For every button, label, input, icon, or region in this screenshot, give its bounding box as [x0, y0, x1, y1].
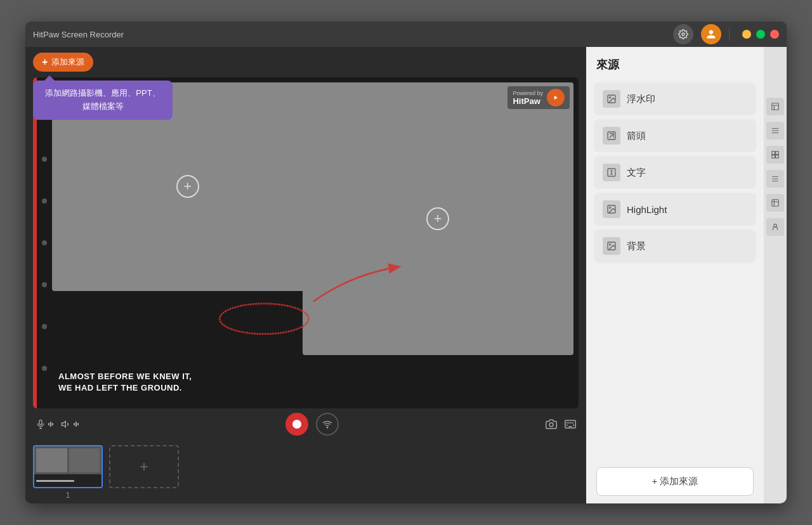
settings-button[interactable] — [673, 24, 693, 44]
scene-content: + Powered by HitPaw — [52, 82, 573, 403]
source-placeholder-2[interactable]: Powered by HitPaw + — [303, 82, 573, 355]
timeline-dot — [42, 115, 47, 120]
wireless-button[interactable] — [316, 413, 339, 436]
panel-toggle-2[interactable] — [766, 122, 784, 139]
add-source-button[interactable]: + 添加來源 添加網路攝影機、應用、PPT、媒體檔案等 — [33, 53, 93, 72]
text-line-2: WE HAD LEFT THE GROUND. — [58, 382, 296, 394]
powered-by-text: Powered by — [513, 90, 543, 96]
sources-header: 來源 — [586, 47, 764, 77]
add-source-main-button[interactable]: + 添加來源 — [596, 467, 754, 496]
arrow-icon — [603, 127, 620, 145]
thumbnail-number-1: 1 — [66, 491, 70, 500]
highlight-icon — [603, 200, 620, 218]
thumb-text-line — [36, 480, 74, 482]
panel-toggle-5[interactable] — [766, 194, 784, 212]
speaker-button[interactable] — [61, 419, 79, 429]
right-side-icons — [764, 47, 787, 503]
thumb-left — [36, 448, 67, 472]
source-item-watermark[interactable]: 浮水印 — [594, 82, 756, 115]
svg-point-7 — [327, 427, 327, 428]
source-list: 浮水印 箭頭 — [586, 77, 764, 460]
close-button[interactable]: ✕ — [770, 30, 779, 39]
source-item-background[interactable]: 背景 — [594, 230, 756, 262]
right-panel: 來源 浮水印 — [586, 47, 764, 503]
mic-wave — [48, 422, 53, 427]
title-bar-left: HitPaw Screen Recorder — [33, 30, 124, 39]
mic-icon — [36, 419, 46, 429]
maximize-button[interactable]: □ — [756, 30, 765, 39]
speaker-icon — [61, 419, 71, 429]
source-placeholder-1[interactable]: + — [52, 82, 323, 291]
right-footer: + 添加來源 — [586, 460, 764, 503]
highlight-label: HighLight — [627, 204, 667, 215]
svg-point-18 — [610, 97, 611, 98]
timeline-dot — [42, 240, 47, 245]
text-label: 文字 — [627, 167, 646, 179]
title-bar-right: – □ ✕ — [673, 24, 779, 44]
app-window: HitPaw Screen Recorder – □ ✕ — [25, 22, 787, 503]
thumbnail-frame-1[interactable] — [33, 445, 103, 488]
watermark-label: 浮水印 — [627, 93, 655, 105]
thumb-right — [69, 448, 100, 472]
timeline-dot — [42, 157, 47, 162]
svg-point-36 — [774, 224, 777, 227]
bottom-controls — [25, 408, 586, 440]
keyboard-button[interactable] — [565, 420, 576, 429]
add-source-main-label: + 添加來源 — [652, 476, 698, 488]
speaker-wave — [74, 422, 79, 427]
svg-rect-3 — [39, 420, 42, 424]
timeline-dots — [42, 77, 47, 408]
wireless-icon — [322, 419, 332, 429]
text-overlay: ALMOST BEFORE WE KNEW IT, WE HAD LEFT TH… — [52, 365, 303, 400]
svg-line-20 — [610, 134, 614, 138]
record-button[interactable] — [285, 413, 308, 436]
panel-toggle-3[interactable] — [766, 146, 784, 164]
panel-toggle-6[interactable] — [766, 218, 784, 236]
timeline-dot — [42, 366, 47, 371]
add-thumbnail-button[interactable]: + — [109, 445, 179, 488]
arrow-label: 箭頭 — [627, 130, 646, 142]
left-panel: + 添加來源 添加網路攝影機、應用、PPT、媒體檔案等 — [25, 47, 586, 503]
svg-rect-35 — [776, 155, 779, 159]
profile-button[interactable] — [701, 24, 721, 44]
thumbnail-item-1: 1 — [33, 445, 103, 500]
record-inner — [292, 420, 301, 429]
svg-point-0 — [682, 33, 684, 36]
text-line-1: ALMOST BEFORE WE KNEW IT, — [58, 371, 296, 382]
svg-rect-26 — [772, 103, 779, 110]
panel-toggle-4[interactable] — [766, 170, 784, 188]
source-item-text[interactable]: 文字 — [594, 156, 756, 189]
svg-point-25 — [610, 244, 611, 245]
keyboard-icon — [565, 420, 576, 429]
divider — [729, 28, 730, 41]
thumbnail-item-add: + — [109, 445, 179, 488]
svg-marker-6 — [62, 421, 65, 427]
background-label: 背景 — [627, 240, 646, 252]
title-bar: HitPaw Screen Recorder – □ ✕ — [25, 22, 787, 47]
source-item-arrow[interactable]: 箭頭 — [594, 119, 756, 152]
timeline-dot — [42, 324, 47, 329]
source-item-highlight[interactable]: HighLight — [594, 193, 756, 226]
svg-rect-34 — [772, 155, 775, 159]
timeline-dot — [42, 282, 47, 287]
minimize-button[interactable]: – — [742, 30, 751, 39]
camera-icon — [546, 418, 557, 430]
screenshot-button[interactable] — [546, 418, 557, 430]
add-source-circle-2[interactable]: + — [426, 207, 449, 230]
hitpaw-logo — [547, 89, 565, 107]
app-title: HitPaw Screen Recorder — [33, 30, 124, 39]
background-icon — [603, 237, 620, 255]
add-source-label: 添加來源 — [51, 56, 84, 68]
plus-icon: + — [42, 56, 48, 68]
red-side-bar — [33, 77, 37, 408]
ctrl-center — [285, 413, 339, 436]
window-controls: – □ ✕ — [742, 30, 779, 39]
add-source-circle-1[interactable]: + — [176, 175, 199, 198]
canvas-area[interactable]: + Powered by HitPaw — [33, 77, 579, 408]
brand-text: HitPaw — [513, 96, 540, 106]
svg-point-8 — [549, 423, 553, 427]
panel-toggle-1[interactable] — [766, 98, 784, 115]
main-content: + 添加來源 添加網路攝影機、應用、PPT、媒體檔案等 — [25, 47, 787, 503]
mic-button[interactable] — [36, 419, 53, 429]
thumbnail-strip: 1 + — [25, 440, 586, 503]
